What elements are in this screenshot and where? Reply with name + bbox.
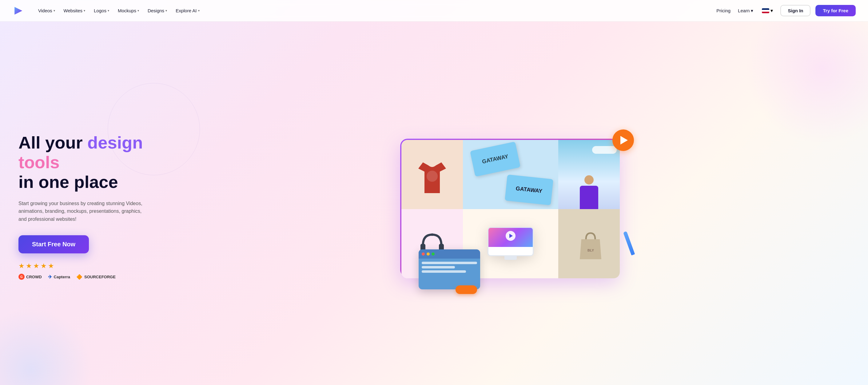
nav-right: Pricing Learn ▾ ▾ Sign In Try for Free — [715, 5, 856, 16]
hero-content: All your design tools in one place Start… — [19, 133, 172, 280]
nav-learn[interactable]: Learn ▾ — [737, 5, 754, 16]
try-free-button[interactable]: Try for Free — [815, 5, 856, 16]
chevron-down-icon: ▾ — [137, 9, 139, 12]
bag-shape: BLY — [577, 228, 601, 259]
hero-title-tools: tools — [19, 153, 60, 172]
hero-section: All your design tools in one place Start… — [0, 22, 868, 385]
video-background — [558, 140, 620, 209]
language-selector[interactable]: ▾ — [760, 6, 775, 15]
star-5: ★ — [48, 262, 54, 270]
uk-flag-icon — [762, 8, 769, 13]
chevron-down-icon: ▾ — [165, 9, 167, 12]
browser-dot-yellow — [427, 253, 430, 256]
logo[interactable] — [12, 5, 23, 16]
svg-point-4 — [431, 233, 433, 236]
browser-line-1 — [422, 262, 477, 264]
nav-item-websites[interactable]: Websites ▾ — [60, 5, 89, 16]
svg-point-1 — [427, 171, 438, 182]
chevron-down-icon: ▾ — [198, 9, 199, 12]
browser-decoration — [418, 249, 480, 289]
hero-title: All your design tools in one place — [19, 133, 172, 192]
review-badges: G CROWD ✈ Capterra 🔶 SOURCEFORGE — [19, 274, 172, 280]
star-3: ★ — [33, 262, 39, 270]
star-4: ★ — [40, 262, 47, 270]
tshirt-cell — [401, 140, 463, 209]
star-2: ★ — [26, 262, 32, 270]
play-triangle-icon — [509, 234, 513, 238]
star-1: ★ — [19, 262, 25, 270]
svg-marker-0 — [14, 7, 22, 14]
bg-decoration-1 — [745, 22, 868, 145]
g2-icon: G — [19, 274, 25, 280]
nav-item-designs[interactable]: Designs ▾ — [144, 5, 171, 16]
decorative-play-button[interactable] — [612, 129, 634, 151]
orange-pill-decoration — [456, 285, 477, 294]
nav-item-mockups[interactable]: Mockups ▾ — [114, 5, 143, 16]
browser-body — [418, 259, 480, 278]
nav-item-videos[interactable]: Videos ▾ — [34, 5, 59, 16]
chevron-down-icon: ▾ — [107, 9, 109, 12]
hero-title-design: design — [87, 133, 143, 152]
hero-title-text2: in one place — [19, 172, 118, 192]
sourceforge-icon: 🔶 — [76, 274, 83, 280]
person-body — [580, 186, 598, 209]
nav-item-explore-ai[interactable]: Explore AI ▾ — [172, 5, 203, 16]
bg-decoration-2 — [0, 308, 92, 385]
preview-container: GATAWAY GATAWAY — [394, 132, 628, 280]
capterra-badge[interactable]: ✈ Capterra — [48, 274, 70, 280]
browser-line-2 — [422, 266, 455, 268]
monitor-screen — [488, 227, 534, 256]
star-rating: ★ ★ ★ ★ ★ — [19, 262, 172, 270]
browser-line-3 — [422, 270, 466, 273]
g2-label: CROWD — [26, 275, 42, 279]
capterra-label: Capterra — [54, 275, 70, 279]
browser-dot-red — [422, 253, 425, 256]
play-overlay[interactable] — [506, 231, 516, 241]
play-icon — [620, 136, 628, 145]
svg-text:BLY: BLY — [588, 249, 594, 252]
navbar: Videos ▾ Websites ▾ Logos ▾ Mockups ▾ De… — [0, 0, 868, 22]
start-free-button[interactable]: Start Free Now — [19, 235, 89, 253]
chevron-down-icon: ▾ — [84, 9, 85, 12]
nav-pricing[interactable]: Pricing — [715, 5, 732, 16]
nav-items: Videos ▾ Websites ▾ Logos ▾ Mockups ▾ De… — [34, 5, 715, 16]
sourceforge-badge[interactable]: 🔶 SOURCEFORGE — [76, 274, 116, 280]
capterra-icon: ✈ — [48, 274, 52, 280]
sourceforge-label: SOURCEFORGE — [84, 275, 116, 279]
browser-dot-green — [432, 253, 435, 256]
hero-title-text1: All your — [19, 133, 87, 152]
cloud-decoration — [592, 146, 617, 154]
bag-cell: BLY — [558, 209, 620, 278]
sign-in-button[interactable]: Sign In — [780, 5, 810, 16]
hero-preview: GATAWAY GATAWAY — [172, 132, 849, 280]
person-head — [584, 175, 594, 185]
chevron-down-icon: ▾ — [751, 8, 753, 13]
pen-decoration — [623, 231, 635, 255]
hero-subtitle: Start growing your business by creating … — [19, 199, 148, 223]
g2-badge[interactable]: G CROWD — [19, 274, 42, 280]
business-cards-cell: GATAWAY GATAWAY — [463, 140, 558, 209]
person-silhouette — [578, 175, 600, 209]
video-cell — [558, 140, 620, 209]
monitor-stand — [504, 256, 517, 260]
business-card-2: GATAWAY — [505, 174, 553, 205]
tshirt-shape — [414, 153, 451, 196]
browser-bar — [418, 249, 480, 259]
business-card-1: GATAWAY — [470, 141, 521, 177]
monitor-shape — [488, 227, 534, 261]
nav-item-logos[interactable]: Logos ▾ — [90, 5, 113, 16]
chevron-down-icon: ▾ — [771, 8, 773, 13]
chevron-down-icon: ▾ — [54, 9, 55, 12]
